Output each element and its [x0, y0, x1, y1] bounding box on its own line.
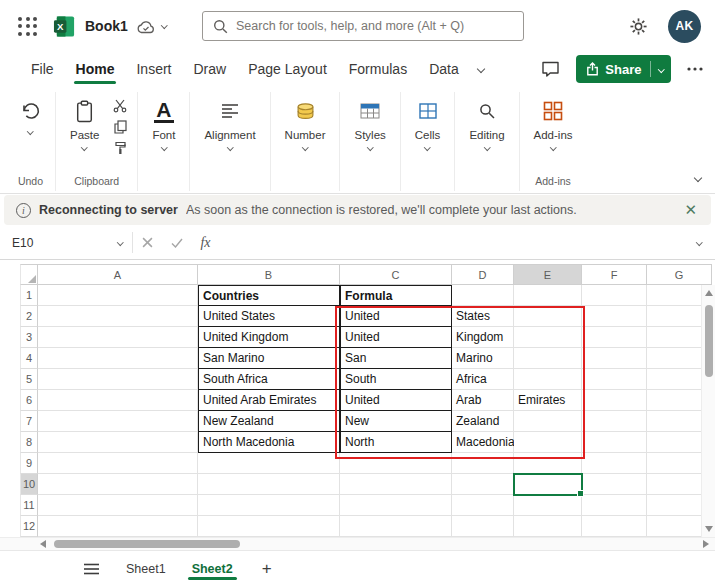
cell-C9[interactable]: [340, 453, 452, 474]
column-header-C[interactable]: C: [340, 264, 452, 285]
tab-page-layout[interactable]: Page Layout: [237, 52, 338, 86]
cancel-entry-button[interactable]: [133, 226, 162, 259]
cut-button[interactable]: [110, 98, 130, 114]
row-header-3[interactable]: 3: [20, 327, 38, 348]
cell-E8[interactable]: [514, 432, 582, 453]
cell-D11[interactable]: [452, 495, 514, 516]
account-avatar[interactable]: AK: [668, 10, 701, 43]
cell-C10[interactable]: [340, 474, 452, 495]
cell-B11[interactable]: [198, 495, 340, 516]
cell-F5[interactable]: [582, 369, 647, 390]
cell-C7[interactable]: New: [340, 411, 452, 432]
scroll-left-button[interactable]: [40, 540, 46, 548]
column-header-A[interactable]: A: [38, 264, 198, 285]
cell-A6[interactable]: [38, 390, 198, 411]
row-header-8[interactable]: 8: [20, 432, 38, 453]
cell-F6[interactable]: [582, 390, 647, 411]
addins-button[interactable]: Add-ins: [527, 92, 580, 153]
cell-F9[interactable]: [582, 453, 647, 474]
workbook-title[interactable]: Book1: [85, 18, 128, 34]
cell-D2[interactable]: States: [452, 306, 514, 327]
paste-button[interactable]: Paste: [63, 92, 106, 153]
cell-A8[interactable]: [38, 432, 198, 453]
sheet-tab-sheet2[interactable]: Sheet2: [179, 551, 246, 587]
row-header-10[interactable]: 10: [20, 474, 38, 495]
editing-menu-button[interactable]: Editing: [462, 92, 511, 153]
styles-menu-button[interactable]: Styles: [347, 92, 392, 153]
sheet-tab-sheet1[interactable]: Sheet1: [113, 551, 179, 587]
saved-cloud-icon[interactable]: [137, 20, 155, 34]
number-menu-button[interactable]: Number: [278, 92, 333, 153]
tab-formulas[interactable]: Formulas: [338, 52, 418, 86]
alignment-menu-button[interactable]: Alignment: [197, 92, 262, 153]
add-sheet-button[interactable]: +: [256, 559, 278, 579]
cell-A5[interactable]: [38, 369, 198, 390]
cell-E6[interactable]: Emirates: [514, 390, 582, 411]
cell-E11[interactable]: [514, 495, 582, 516]
cell-D12[interactable]: [452, 516, 514, 537]
cell-A12[interactable]: [38, 516, 198, 537]
select-all-button[interactable]: [20, 264, 38, 285]
share-chevron-icon[interactable]: [651, 67, 672, 72]
name-box[interactable]: E10: [0, 226, 132, 259]
scroll-right-button[interactable]: [703, 540, 709, 548]
cell-F10[interactable]: [582, 474, 647, 495]
tab-file[interactable]: File: [20, 52, 65, 86]
search-input[interactable]: [236, 19, 513, 33]
column-header-B[interactable]: B: [198, 264, 340, 285]
search-bar[interactable]: [202, 11, 524, 41]
cell-B8[interactable]: North Macedonia: [198, 432, 340, 453]
row-header-2[interactable]: 2: [20, 306, 38, 327]
enter-entry-button[interactable]: [162, 226, 191, 259]
insert-function-button[interactable]: fx: [191, 226, 220, 259]
row-header-9[interactable]: 9: [20, 453, 38, 474]
cell-F1[interactable]: [582, 285, 647, 306]
row-header-4[interactable]: 4: [20, 348, 38, 369]
cell-D7[interactable]: Zealand: [452, 411, 514, 432]
horizontal-scroll-thumb[interactable]: [54, 540, 240, 548]
tab-data[interactable]: Data: [418, 52, 470, 86]
cell-E4[interactable]: [514, 348, 582, 369]
cell-C11[interactable]: [340, 495, 452, 516]
column-header-F[interactable]: F: [582, 264, 647, 285]
cell-C4[interactable]: San: [340, 348, 452, 369]
cell-A3[interactable]: [38, 327, 198, 348]
cell-A1[interactable]: [38, 285, 198, 306]
row-header-12[interactable]: 12: [20, 516, 38, 537]
column-header-E[interactable]: E: [514, 264, 582, 285]
cell-E10[interactable]: [514, 474, 582, 495]
cell-D1[interactable]: [452, 285, 514, 306]
cell-D8[interactable]: Macedonia: [452, 432, 514, 453]
notification-close-icon[interactable]: ✕: [682, 201, 699, 219]
vertical-scrollbar[interactable]: [701, 285, 715, 537]
cell-F7[interactable]: [582, 411, 647, 432]
cell-D6[interactable]: Arab: [452, 390, 514, 411]
horizontal-scrollbar[interactable]: [0, 537, 715, 550]
undo-button[interactable]: [13, 92, 48, 137]
cell-D10[interactable]: [452, 474, 514, 495]
tab-insert[interactable]: Insert: [125, 52, 182, 86]
cell-E9[interactable]: [514, 453, 582, 474]
cell-D9[interactable]: [452, 453, 514, 474]
cell-B12[interactable]: [198, 516, 340, 537]
cell-A2[interactable]: [38, 306, 198, 327]
cell-C6[interactable]: United: [340, 390, 452, 411]
row-header-7[interactable]: 7: [20, 411, 38, 432]
title-chevron-icon[interactable]: [161, 22, 167, 28]
cell-F2[interactable]: [582, 306, 647, 327]
more-tabs-chevron-icon[interactable]: [476, 65, 484, 73]
cell-C2[interactable]: United: [340, 306, 452, 327]
cell-A10[interactable]: [38, 474, 198, 495]
expand-formula-bar-chevron[interactable]: [683, 226, 715, 259]
tab-draw[interactable]: Draw: [182, 52, 237, 86]
formula-input[interactable]: [220, 226, 683, 259]
cell-C12[interactable]: [340, 516, 452, 537]
cell-E7[interactable]: [514, 411, 582, 432]
cell-F3[interactable]: [582, 327, 647, 348]
cell-B5[interactable]: South Africa: [198, 369, 340, 390]
cell-E3[interactable]: [514, 327, 582, 348]
app-launcher-icon[interactable]: [18, 17, 37, 36]
cell-C8[interactable]: North: [340, 432, 452, 453]
column-header-G[interactable]: G: [647, 264, 712, 285]
cell-D3[interactable]: Kingdom: [452, 327, 514, 348]
